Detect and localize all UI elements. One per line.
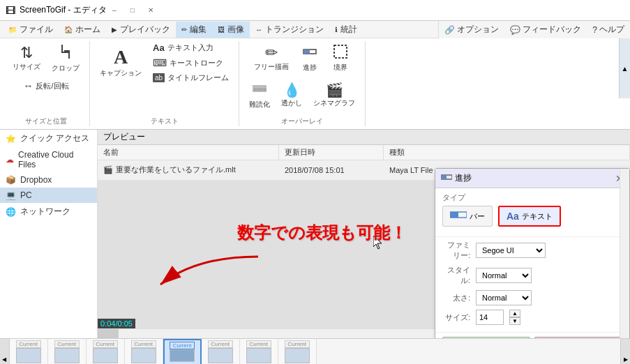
- svg-rect-3: [64, 50, 70, 52]
- workspace-top: ⭐ クイック アクセス ☁ Creative Cloud Files 📦 Dro…: [0, 130, 630, 338]
- svg-rect-5: [303, 50, 310, 54]
- keystroke-button[interactable]: ⌨ キーストローク: [149, 56, 233, 70]
- header-type: 種類: [384, 145, 630, 160]
- annotation-text: 数字での表現も可能！: [237, 222, 407, 244]
- border-button[interactable]: 境界: [327, 41, 354, 75]
- minimize-button[interactable]: –: [107, 3, 122, 18]
- sidebar-item-quick-access[interactable]: ⭐ クイック アクセス: [0, 130, 97, 147]
- resize-icon: ⇅: [20, 45, 33, 61]
- obfuscate-button[interactable]: ≈≈≈≈ 難読化: [245, 78, 274, 112]
- preview-label: プレビュー: [103, 131, 145, 143]
- stats-icon: ℹ: [335, 26, 338, 33]
- sidebar-item-network[interactable]: 🌐 ネットワーク: [0, 203, 97, 220]
- window-controls: – □ ✕: [107, 3, 158, 18]
- watermark-button[interactable]: 💧 透かし: [277, 80, 306, 111]
- timeline-frame-99[interactable]: Current 99 50 ms: [163, 339, 202, 364]
- title-text: ScreenToGif - エディタ: [20, 4, 107, 16]
- font-family-select[interactable]: Segoe UI: [476, 243, 546, 258]
- timeline-frame-102[interactable]: Current 102 28 ms: [278, 339, 317, 364]
- watermark-icon: 💧: [283, 83, 301, 97]
- frame-thumb: [246, 348, 271, 363]
- progress-panel-title: 進捗 ✕: [435, 169, 629, 188]
- type-bar-button[interactable]: バー: [442, 206, 493, 227]
- pc-icon: 💻: [6, 190, 16, 200]
- font-size-down[interactable]: ▼: [509, 317, 520, 325]
- font-weight-select[interactable]: Normal: [476, 290, 532, 305]
- timeline: ◀ Current 95 54 ms Current 96 28 ms Curr…: [0, 338, 630, 364]
- close-button[interactable]: ✕: [143, 3, 158, 18]
- border-icon: [333, 44, 348, 61]
- progress-panel: 進捗 ✕ タイプ バー Aa: [435, 168, 630, 338]
- help-menu[interactable]: ? ヘルプ: [587, 22, 630, 37]
- progress-button[interactable]: 進捗: [296, 41, 324, 75]
- title-icon: 🎞: [6, 5, 15, 16]
- type-label: タイプ: [442, 192, 622, 203]
- text-input-icon: Aa: [153, 43, 165, 53]
- menu-home[interactable]: 🏠 ホーム: [59, 22, 106, 38]
- feedback-menu[interactable]: 💬 フィードバック: [504, 22, 587, 37]
- red-arrow: [153, 250, 265, 294]
- maximize-button[interactable]: □: [125, 3, 140, 18]
- timeline-frame-100[interactable]: Current 100 48 ms: [202, 339, 240, 364]
- timeline-scroll-right[interactable]: ▶: [620, 339, 630, 364]
- header-name: 名前: [98, 145, 279, 160]
- group-overlay-label: オーバーレイ: [281, 114, 323, 126]
- crop-icon: [58, 44, 73, 62]
- timestamp-overlay: 0:04/0:05: [98, 319, 135, 328]
- flip-icon: ↔: [23, 80, 33, 91]
- menu-playback[interactable]: ▶ プレイバック: [106, 22, 176, 38]
- progress-icon: [441, 173, 452, 183]
- font-size-up[interactable]: ▲: [509, 310, 520, 317]
- cancel-button[interactable]: ✘ キャンセル Esc: [534, 337, 622, 338]
- sidebar-item-dropbox[interactable]: 📦 Dropbox: [0, 172, 97, 188]
- font-size-label: サイズ:: [442, 312, 470, 323]
- menu-transition[interactable]: ↔ トランジション: [250, 22, 329, 38]
- menu-stats[interactable]: ℹ 統計: [329, 22, 363, 38]
- timeline-frame-97[interactable]: Current 97 50 ms: [87, 339, 125, 364]
- bar-type-icon: [450, 209, 467, 223]
- resize-button[interactable]: ⇅ リサイズ: [8, 43, 45, 75]
- menu-edit[interactable]: ✏ 編集: [176, 22, 212, 38]
- frame-thumb: [54, 348, 80, 363]
- timeline-frame-98[interactable]: Current 98 49 ms: [125, 339, 163, 364]
- svg-rect-6: [334, 45, 347, 58]
- frame-thumb: [208, 348, 233, 363]
- panel-scrollbar[interactable]: [620, 169, 629, 338]
- action-row: ✔ 適用 Alt + E / Enter ✘ キャンセル Esc: [435, 332, 629, 338]
- ribbon-collapse-button[interactable]: ▲: [619, 38, 630, 98]
- group-text-label: テキスト: [151, 114, 179, 126]
- timeline-scroll-left[interactable]: ◀: [0, 339, 10, 364]
- timeline-frame-101[interactable]: Current 101 54 ms: [240, 339, 278, 364]
- play-icon: ▶: [112, 26, 117, 33]
- cinemagraph-icon: 🎬: [326, 83, 343, 97]
- sidebar-item-pc[interactable]: 💻 PC: [0, 188, 97, 203]
- type-text-button[interactable]: Aa テキスト: [498, 206, 561, 227]
- menu-file[interactable]: 📁 ファイル: [3, 22, 59, 38]
- timeline-frame-96[interactable]: Current 96 28 ms: [48, 339, 87, 364]
- svg-rect-12: [441, 175, 447, 179]
- free-draw-button[interactable]: ✏ フリー描画: [250, 43, 293, 75]
- text-type-icon: Aa: [507, 211, 519, 222]
- apply-button[interactable]: ✔ 適用 Alt + E / Enter: [442, 337, 530, 338]
- title-frame-button[interactable]: ab タイトルフレーム: [149, 71, 233, 84]
- font-style-select[interactable]: Normal: [476, 268, 532, 283]
- font-size-input[interactable]: [476, 310, 504, 325]
- caption-button[interactable]: A キャプション: [96, 45, 146, 81]
- home-icon: 🏠: [64, 26, 73, 33]
- text-input-button[interactable]: Aa テキスト入力: [149, 41, 233, 54]
- font-size-stepper: ▲ ▼: [509, 310, 520, 325]
- cinemagraph-button[interactable]: 🎬 シネマグラフ: [309, 80, 359, 111]
- frame-thumb: [285, 348, 310, 363]
- crop-button[interactable]: クロップ: [47, 41, 84, 76]
- menu-bar: 📁 ファイル 🏠 ホーム ▶ プレイバック ✏ 編集 🖼 画像 ↔ トランジショ…: [0, 21, 630, 38]
- flip-button[interactable]: ↔ 反転/回転: [19, 79, 73, 93]
- title-bar: 🎞 ScreenToGif - エディタ – □ ✕: [0, 0, 630, 21]
- options-menu[interactable]: 🔗 オプション: [439, 22, 504, 37]
- menu-image[interactable]: 🖼 画像: [212, 22, 250, 38]
- timeline-frame-95[interactable]: Current 95 54 ms: [10, 339, 48, 364]
- chevron-up-icon: ▲: [622, 65, 629, 73]
- sidebar-item-creative-cloud[interactable]: ☁ Creative Cloud Files: [0, 147, 97, 172]
- font-style-label: スタイル:: [442, 265, 470, 286]
- font-style-row: スタイル: Normal: [442, 265, 622, 286]
- font-family-row: ファミリー: Segoe UI: [442, 240, 622, 261]
